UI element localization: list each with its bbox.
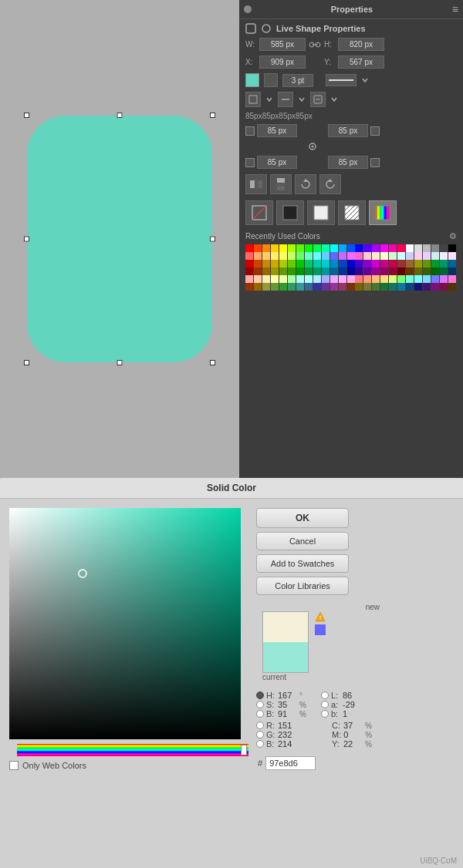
- swatch-cell[interactable]: [406, 275, 414, 283]
- swatch-cell[interactable]: [245, 244, 253, 252]
- swatch-cell[interactable]: [339, 260, 346, 267]
- swatch-cell[interactable]: [322, 275, 330, 283]
- swatch-cell[interactable]: [414, 244, 422, 252]
- swatch-cell[interactable]: [330, 283, 338, 291]
- swatch-cell[interactable]: [288, 283, 296, 291]
- swatch-cell[interactable]: [355, 252, 363, 260]
- swatch-cell[interactable]: [279, 252, 287, 260]
- x-input[interactable]: [259, 56, 306, 69]
- swatch-cell[interactable]: [288, 260, 296, 267]
- swatch-cell[interactable]: [380, 275, 388, 283]
- swatch-cell[interactable]: [431, 283, 439, 291]
- anchor-bottom-middle[interactable]: [117, 360, 123, 365]
- swatch-cell[interactable]: [372, 252, 380, 260]
- swatch-cell[interactable]: [423, 267, 431, 275]
- swatch-cell[interactable]: [322, 244, 330, 252]
- swatch-cell[interactable]: [372, 267, 380, 275]
- radius-tl-corner[interactable]: [245, 126, 255, 136]
- swatch-cell[interactable]: [423, 283, 431, 291]
- swatch-cell[interactable]: [397, 275, 405, 283]
- swatch-cell[interactable]: [380, 252, 388, 260]
- swatch-cell[interactable]: [313, 244, 321, 252]
- swatch-cell[interactable]: [245, 260, 253, 267]
- stroke-style-icon[interactable]: [278, 92, 293, 107]
- swatch-cell[interactable]: [245, 275, 253, 283]
- swatch-cell[interactable]: [389, 260, 397, 267]
- swatch-cell[interactable]: [406, 260, 414, 267]
- gamut-warning-icon[interactable]: !: [315, 611, 326, 622]
- swatch-cell[interactable]: [271, 252, 279, 260]
- swatch-cell[interactable]: [254, 252, 262, 260]
- swatch-cell[interactable]: [288, 275, 296, 283]
- y-input[interactable]: [338, 56, 384, 69]
- anchor-bottom-left[interactable]: [24, 360, 29, 365]
- swatch-cell[interactable]: [245, 252, 253, 260]
- brightness-radio[interactable]: [256, 710, 264, 718]
- swatch-cell[interactable]: [313, 283, 321, 291]
- green-radio[interactable]: [256, 731, 264, 738]
- anchor-top-left[interactable]: [24, 113, 29, 118]
- swatch-cell[interactable]: [330, 244, 338, 252]
- b3-radio[interactable]: [321, 710, 329, 718]
- swatch-cell[interactable]: [254, 275, 262, 283]
- pattern-fill-button[interactable]: [338, 200, 366, 225]
- anchor-top-right[interactable]: [210, 113, 215, 118]
- swatch-cell[interactable]: [363, 252, 371, 260]
- radius-tr-corner[interactable]: [370, 126, 380, 136]
- swatch-cell[interactable]: [296, 244, 304, 252]
- swatch-cell[interactable]: [355, 267, 363, 275]
- swatch-cell[interactable]: [305, 260, 313, 267]
- swatch-cell[interactable]: [372, 283, 380, 291]
- swatch-cell[interactable]: [440, 267, 448, 275]
- align-inside-icon[interactable]: [245, 92, 261, 107]
- swatch-cell[interactable]: [389, 283, 397, 291]
- panel-menu-icon[interactable]: ≡: [452, 3, 458, 15]
- only-web-colors-checkbox[interactable]: [9, 761, 19, 770]
- swatch-cell[interactable]: [414, 267, 422, 275]
- link-corners-icon[interactable]: [305, 139, 320, 154]
- swatch-cell[interactable]: [279, 275, 287, 283]
- swatch-cell[interactable]: [431, 275, 439, 283]
- swatch-cell[interactable]: [406, 283, 414, 291]
- swatches-gear-icon[interactable]: ⚙: [449, 231, 457, 241]
- anchor-middle-left[interactable]: [24, 237, 29, 242]
- swatch-cell[interactable]: [288, 267, 296, 275]
- blue-radio[interactable]: [256, 740, 264, 748]
- color-picker-button[interactable]: [369, 200, 397, 225]
- swatch-cell[interactable]: [448, 283, 456, 291]
- swatch-cell[interactable]: [262, 275, 270, 283]
- chevron-down-icon-4[interactable]: [330, 96, 338, 103]
- swatch-cell[interactable]: [380, 267, 388, 275]
- swatch-cell[interactable]: [347, 275, 355, 283]
- swatch-cell[interactable]: [414, 252, 422, 260]
- swatch-cell[interactable]: [288, 252, 296, 260]
- swatch-cell[interactable]: [423, 260, 431, 267]
- swatch-cell[interactable]: [380, 244, 388, 252]
- a-radio[interactable]: [321, 701, 329, 708]
- swatch-cell[interactable]: [288, 244, 296, 252]
- swatch-cell[interactable]: [271, 267, 279, 275]
- swatch-cell[interactable]: [389, 252, 397, 260]
- swatch-cell[interactable]: [296, 275, 304, 283]
- swatch-cell[interactable]: [305, 283, 313, 291]
- swatch-cell[interactable]: [389, 244, 397, 252]
- swatch-cell[interactable]: [423, 252, 431, 260]
- swatch-cell[interactable]: [339, 283, 346, 291]
- swatch-cell[interactable]: [262, 252, 270, 260]
- fill-color-swatch[interactable]: [245, 73, 259, 87]
- swatch-cell[interactable]: [363, 267, 371, 275]
- swatch-cell[interactable]: [322, 283, 330, 291]
- chevron-down-icon-2[interactable]: [265, 96, 273, 103]
- swatch-cell[interactable]: [363, 275, 371, 283]
- saturation-radio[interactable]: [256, 701, 264, 708]
- swatch-cell[interactable]: [262, 283, 270, 291]
- anchor-middle-right[interactable]: [210, 237, 215, 242]
- swatch-cell[interactable]: [279, 267, 287, 275]
- swatch-cell[interactable]: [279, 283, 287, 291]
- flip-v-button[interactable]: [270, 174, 292, 194]
- swatch-cell[interactable]: [448, 252, 456, 260]
- swatch-cell[interactable]: [440, 244, 448, 252]
- panel-close-button[interactable]: [244, 5, 252, 13]
- swatch-cell[interactable]: [363, 283, 371, 291]
- chevron-down-icon[interactable]: [361, 76, 369, 84]
